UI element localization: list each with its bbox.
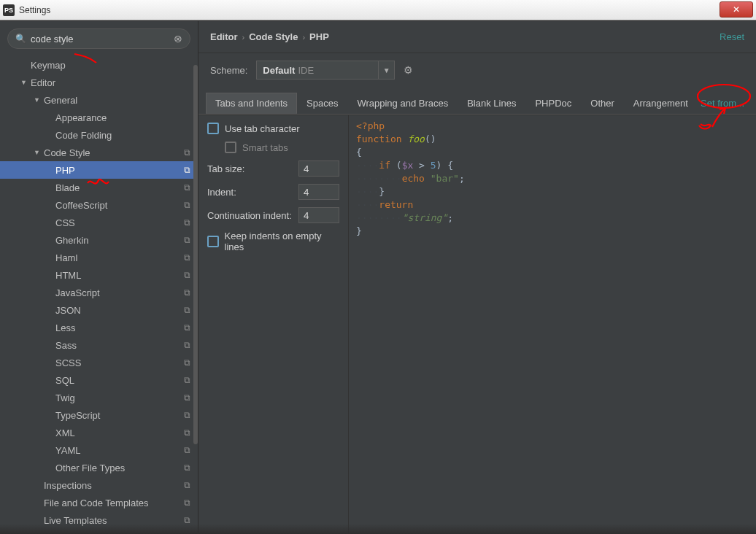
scope-icon: ⧉ xyxy=(184,480,190,490)
smart-tabs-checkbox: Smart tabs xyxy=(225,142,339,153)
chevron-down-icon: ▼ xyxy=(378,61,394,79)
disclosure-arrow-icon: ▼ xyxy=(34,96,44,104)
use-tab-checkbox[interactable]: Use tab character xyxy=(207,123,339,134)
tree-item-keymap[interactable]: Keymap xyxy=(0,56,198,74)
tree-item-typescript[interactable]: TypeScript⧉ xyxy=(0,406,198,424)
tree-item-yaml[interactable]: YAML⧉ xyxy=(0,441,198,459)
scope-icon: ⧉ xyxy=(184,287,190,298)
cont-indent-input[interactable] xyxy=(298,207,339,223)
tree-item-coffeescript[interactable]: CoffeeScript⧉ xyxy=(0,196,198,214)
tab-phpdoc[interactable]: PHPDoc xyxy=(525,93,581,114)
tree-item-javascript[interactable]: JavaScript⧉ xyxy=(0,284,198,301)
scope-icon: ⧉ xyxy=(184,392,190,403)
tree-item-other-file-types[interactable]: Other File Types⧉ xyxy=(0,459,198,476)
scope-icon: ⧉ xyxy=(184,322,190,333)
scheme-value: Default xyxy=(263,65,295,76)
tree-item-label: SCSS xyxy=(55,357,184,368)
gear-icon[interactable]: ⚙ xyxy=(404,64,413,76)
reset-link[interactable]: Reset xyxy=(720,31,744,42)
tree-item-label: Editor xyxy=(31,77,190,88)
tree-item-code-style[interactable]: ▼Code Style⧉ xyxy=(0,144,198,161)
tree-item-scss[interactable]: SCSS⧉ xyxy=(0,354,198,371)
tree-item-label: PHP xyxy=(55,165,184,176)
scheme-suffix: IDE xyxy=(298,65,314,76)
tab-blank-lines[interactable]: Blank Lines xyxy=(458,93,525,114)
search-input[interactable] xyxy=(31,34,174,44)
tree-item-editor[interactable]: ▼Editor xyxy=(0,74,198,91)
sidebar: 🔍 ⊗ Keymap▼Editor▼GeneralAppearanceCode … xyxy=(0,21,198,534)
tree-item-label: Inspections xyxy=(44,480,184,491)
tree-item-label: Blade xyxy=(55,182,184,193)
window-title: Settings xyxy=(19,5,50,15)
close-button[interactable]: ✕ xyxy=(720,1,753,18)
tree-item-css[interactable]: CSS⧉ xyxy=(0,214,198,231)
scope-icon: ⧉ xyxy=(184,445,190,455)
crumb-codestyle: Code Style xyxy=(249,31,298,42)
checkbox-icon xyxy=(207,236,219,247)
scope-icon: ⧉ xyxy=(184,165,190,175)
scope-icon: ⧉ xyxy=(184,410,190,420)
keep-indents-checkbox[interactable]: Keep indents on empty lines xyxy=(207,231,339,252)
tree-item-sql[interactable]: SQL⧉ xyxy=(0,371,198,389)
settings-dialog: 🔍 ⊗ Keymap▼Editor▼GeneralAppearanceCode … xyxy=(0,20,756,534)
tab-wrapping-and-braces[interactable]: Wrapping and Braces xyxy=(347,93,458,114)
tab-other[interactable]: Other xyxy=(581,93,624,114)
tree-item-label: Sass xyxy=(55,340,184,351)
scrollbar-thumb[interactable] xyxy=(193,65,198,444)
scope-icon: ⧉ xyxy=(184,357,190,368)
tree-item-label: YAML xyxy=(55,445,184,456)
tree-item-xml[interactable]: XML⧉ xyxy=(0,424,198,441)
breadcrumb: Editor › Code Style › PHP Reset xyxy=(198,21,756,53)
tree-item-inspections[interactable]: Inspections⧉ xyxy=(0,476,198,494)
set-from-link[interactable]: Set from... xyxy=(701,98,744,109)
tree-item-sass[interactable]: Sass⧉ xyxy=(0,336,198,354)
tree-item-label: Code Style xyxy=(44,147,184,158)
search-icon: 🔍 xyxy=(15,34,26,44)
tree-item-gherkin[interactable]: Gherkin⧉ xyxy=(0,231,198,249)
tree-item-label: Less xyxy=(55,322,184,333)
search-field[interactable]: 🔍 ⊗ xyxy=(7,28,190,49)
tab-tabs-and-indents[interactable]: Tabs and Indents xyxy=(206,93,297,114)
indent-input[interactable] xyxy=(298,184,339,200)
scope-icon: ⧉ xyxy=(184,147,190,158)
footer-shadow xyxy=(0,524,756,534)
tree-item-code-folding[interactable]: Code Folding xyxy=(0,126,198,144)
scope-icon: ⧉ xyxy=(184,498,190,508)
settings-tree[interactable]: Keymap▼Editor▼GeneralAppearanceCode Fold… xyxy=(0,56,198,534)
tab-spaces[interactable]: Spaces xyxy=(297,93,347,114)
tree-item-less[interactable]: Less⧉ xyxy=(0,319,198,336)
tree-item-json[interactable]: JSON⧉ xyxy=(0,301,198,319)
close-icon: ✕ xyxy=(733,4,740,15)
scope-icon: ⧉ xyxy=(184,427,190,438)
tree-item-general[interactable]: ▼General xyxy=(0,91,198,109)
checkbox-icon xyxy=(225,142,236,153)
tree-item-haml[interactable]: Haml⧉ xyxy=(0,249,198,266)
tab-arrangement[interactable]: Arrangement xyxy=(624,93,698,114)
titlebar: PS Settings ✕ xyxy=(0,0,756,20)
tab-size-input[interactable] xyxy=(298,160,339,177)
scope-icon: ⧉ xyxy=(184,375,190,385)
tree-item-appearance[interactable]: Appearance xyxy=(0,109,198,126)
crumb-editor: Editor xyxy=(210,31,238,42)
scope-icon: ⧉ xyxy=(184,305,190,315)
main-panel: Editor › Code Style › PHP Reset Scheme: … xyxy=(198,21,756,534)
scope-icon: ⧉ xyxy=(184,235,190,245)
tree-item-file-and-code-templates[interactable]: File and Code Templates⧉ xyxy=(0,494,198,511)
tree-item-twig[interactable]: Twig⧉ xyxy=(0,389,198,406)
tree-item-html[interactable]: HTML⧉ xyxy=(0,266,198,284)
checkbox-icon xyxy=(207,123,219,134)
tree-item-label: Other File Types xyxy=(55,463,184,473)
tree-item-blade[interactable]: Blade⧉ xyxy=(0,179,198,196)
scope-icon: ⧉ xyxy=(184,270,190,280)
tree-item-php[interactable]: PHP⧉ xyxy=(0,161,198,179)
chevron-right-icon: › xyxy=(242,33,245,42)
tree-item-label: General xyxy=(44,95,190,106)
crumb-php: PHP xyxy=(309,31,329,42)
code-preview: <?php function foo() { ····if ($x > 5) {… xyxy=(349,115,756,534)
clear-icon[interactable]: ⊗ xyxy=(174,33,182,44)
tree-item-label: Gherkin xyxy=(55,235,184,246)
app-icon: PS xyxy=(3,4,15,16)
tree-item-label: Keymap xyxy=(31,60,190,71)
tree-item-label: XML xyxy=(55,427,184,438)
scheme-dropdown[interactable]: Default IDE ▼ xyxy=(256,61,395,80)
